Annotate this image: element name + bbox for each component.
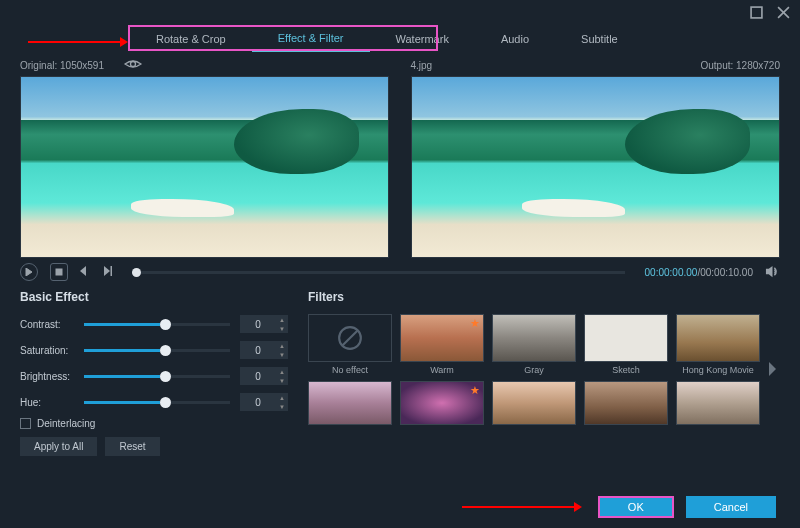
filter-gray[interactable]: Gray	[492, 314, 576, 375]
reset-button[interactable]: Reset	[105, 437, 159, 456]
saturation-label: Saturation:	[20, 345, 84, 356]
tab-audio[interactable]: Audio	[475, 27, 555, 51]
svg-marker-15	[574, 502, 582, 512]
basic-effect-panel: Basic Effect Contrast: 0▲▼ Saturation: 0…	[20, 290, 288, 456]
saturation-spinner[interactable]: 0▲▼	[240, 341, 288, 359]
filter-item[interactable]	[492, 381, 576, 425]
contrast-label: Contrast:	[20, 319, 84, 330]
filters-panel: Filters No effect ★Warm Gray Sketch Hong…	[308, 290, 780, 456]
hue-slider[interactable]	[84, 401, 230, 404]
annotation-arrow-tabs	[28, 36, 128, 48]
volume-icon[interactable]	[765, 264, 780, 281]
seek-slider[interactable]	[132, 271, 625, 274]
svg-marker-13	[769, 362, 776, 376]
output-size-label: Output: 1280x720	[700, 60, 780, 71]
play-button[interactable]	[20, 263, 38, 281]
svg-rect-5	[56, 269, 62, 275]
deinterlacing-label: Deinterlacing	[37, 418, 95, 429]
svg-rect-9	[111, 266, 113, 276]
hue-spinner[interactable]: 0▲▼	[240, 393, 288, 411]
footer: OK Cancel	[462, 496, 776, 518]
cancel-button[interactable]: Cancel	[686, 496, 776, 518]
filters-title: Filters	[308, 290, 780, 304]
basic-effect-title: Basic Effect	[20, 290, 288, 304]
svg-marker-6	[80, 266, 86, 276]
star-icon: ★	[470, 317, 480, 330]
prev-button[interactable]	[80, 266, 90, 278]
annotation-arrow-ok	[462, 501, 582, 513]
ok-button[interactable]: OK	[598, 496, 674, 518]
svg-rect-0	[751, 7, 762, 18]
playback-controls: 00:00:00.00/00:00:10.00	[0, 258, 800, 286]
filename-label: 4.jpg	[410, 60, 432, 71]
next-button[interactable]	[102, 266, 112, 278]
saturation-slider[interactable]	[84, 349, 230, 352]
filter-item[interactable]	[584, 381, 668, 425]
svg-marker-10	[766, 265, 773, 276]
tab-watermark[interactable]: Watermark	[370, 27, 475, 51]
stop-button[interactable]	[50, 263, 68, 281]
maximize-icon[interactable]	[750, 6, 763, 21]
preview-row	[0, 76, 800, 258]
eye-icon[interactable]	[124, 58, 142, 72]
tab-rotate-crop[interactable]: Rotate & Crop	[130, 27, 252, 51]
svg-marker-4	[26, 268, 32, 276]
filter-noeffect[interactable]: No effect	[308, 314, 392, 375]
deinterlacing-checkbox[interactable]	[20, 418, 31, 429]
filter-item[interactable]	[308, 381, 392, 425]
preview-output	[411, 76, 780, 258]
preview-original	[20, 76, 389, 258]
brightness-spinner[interactable]: 0▲▼	[240, 367, 288, 385]
filter-sketch[interactable]: Sketch	[584, 314, 668, 375]
brightness-slider[interactable]	[84, 375, 230, 378]
time-display: 00:00:00.00/00:00:10.00	[645, 267, 753, 278]
titlebar	[0, 0, 800, 26]
filter-item[interactable]: ★	[400, 381, 484, 425]
brightness-label: Brightness:	[20, 371, 84, 382]
filter-hongkong[interactable]: Hong Kong Movie	[676, 314, 760, 375]
close-icon[interactable]	[777, 6, 790, 21]
svg-marker-8	[104, 266, 110, 276]
filter-warm[interactable]: ★Warm	[400, 314, 484, 375]
tab-subtitle[interactable]: Subtitle	[555, 27, 644, 51]
contrast-spinner[interactable]: 0▲▼	[240, 315, 288, 333]
filter-item[interactable]	[676, 381, 760, 425]
filters-scroll-right[interactable]	[764, 362, 780, 376]
original-size-label: Original: 1050x591	[20, 60, 104, 71]
svg-line-12	[342, 330, 357, 345]
svg-marker-2	[120, 37, 128, 47]
apply-to-all-button[interactable]: Apply to All	[20, 437, 97, 456]
tab-effect-filter[interactable]: Effect & Filter	[252, 26, 370, 52]
tabs: Rotate & Crop Effect & Filter Watermark …	[0, 26, 800, 52]
contrast-slider[interactable]	[84, 323, 230, 326]
svg-point-3	[130, 62, 135, 67]
hue-label: Hue:	[20, 397, 84, 408]
info-bar: Original: 1050x591 4.jpg Output: 1280x72…	[0, 52, 800, 76]
star-icon: ★	[470, 384, 480, 397]
